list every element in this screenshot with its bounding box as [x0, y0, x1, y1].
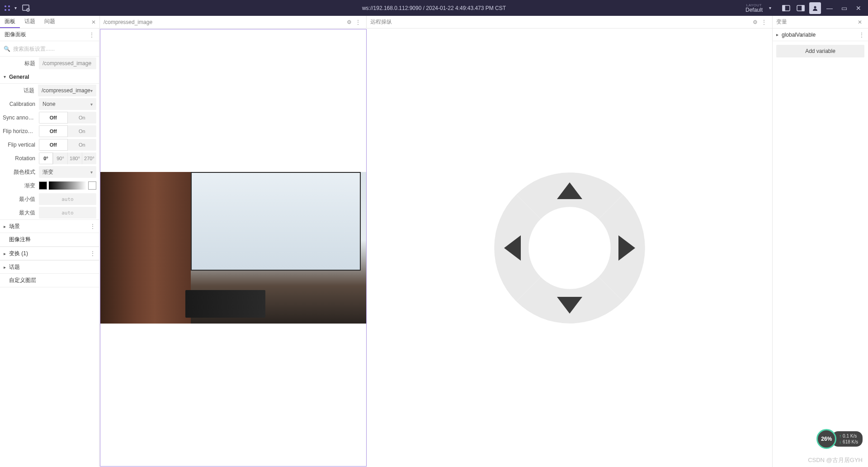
search-input[interactable] [13, 46, 95, 52]
color-mode-select[interactable]: 渐变 ▾ [39, 166, 96, 178]
color-mode-value: 渐变 [42, 168, 53, 176]
rotation-0[interactable]: 0° [39, 152, 53, 164]
gradient-start-swatch[interactable] [39, 181, 47, 190]
title-input[interactable]: /compressed_image [39, 57, 96, 69]
panel-settings-icon[interactable]: ⚙ [750, 18, 760, 27]
connection-title: ws://192.168.0.112:9090 / 2024-01-22 4:4… [362, 5, 506, 11]
tab-problems[interactable]: 问题 [40, 16, 60, 28]
variable-item[interactable]: ▸ globalVariable ⋮ [773, 29, 868, 41]
download-rate: 618 K/s [839, 439, 858, 445]
section-custom-layers-label: 自定义图层 [9, 276, 36, 284]
variables-close-icon[interactable]: ✕ [855, 18, 864, 27]
section-general-label: General [9, 74, 29, 80]
section-annotation-label: 图像注释 [9, 236, 31, 243]
toggle-on[interactable]: On [68, 125, 97, 137]
toggle-off[interactable]: Off [39, 125, 68, 137]
camera-image [100, 172, 366, 324]
chevron-right-icon: ▸ [4, 265, 9, 270]
svg-point-0 [5, 5, 6, 7]
rotation-90[interactable]: 90° [53, 152, 68, 164]
section-topics[interactable]: ▸ 话题 [0, 260, 99, 274]
left-sidebar-toggle-icon[interactable] [780, 2, 792, 14]
toggle-off[interactable]: Off [39, 139, 68, 151]
chevron-down-icon: ▾ [90, 102, 93, 107]
topic-label: 话题 [3, 87, 38, 95]
teleop-panel-title: 远程操纵 [370, 18, 750, 26]
app-menu-caret-icon[interactable]: ▾ [14, 5, 17, 10]
rotation-270[interactable]: 270° [82, 152, 96, 164]
account-button[interactable] [809, 2, 821, 14]
gradient-end-swatch[interactable] [88, 181, 96, 190]
svg-point-2 [5, 9, 6, 11]
image-panel-header: /compressed_image ⚙ ⋮ [99, 16, 366, 28]
sidebar-more-icon[interactable]: ⋮ [89, 32, 94, 38]
min-input[interactable]: auto [39, 193, 96, 205]
flip-h-label: Flip horizontal [3, 128, 39, 134]
color-mode-label: 颜色模式 [3, 168, 39, 176]
panel-menu-icon[interactable]: ⋮ [354, 18, 363, 27]
add-panel-icon[interactable] [20, 3, 31, 14]
toggle-on[interactable]: On [68, 139, 97, 151]
window-minimize-icon[interactable]: ― [824, 2, 835, 14]
svg-rect-9 [802, 5, 804, 11]
window-maximize-icon[interactable]: ▭ [838, 2, 850, 14]
svg-point-10 [814, 6, 816, 8]
section-transform[interactable]: ▸ 变换 (1) ⋮ [0, 247, 99, 260]
network-badge[interactable]: 26% 0.1 K/s 618 K/s [816, 429, 863, 449]
main-content: 图像面板 ⋮ 🔍 标题 /compressed_image ▾ General … [0, 29, 868, 467]
toggle-on[interactable]: On [68, 112, 97, 124]
sync-annotations-toggle[interactable]: Off On [39, 112, 96, 124]
panel-menu-icon[interactable]: ⋮ [760, 18, 769, 27]
rotation-label: Rotation [3, 155, 39, 162]
gradient-control[interactable] [39, 180, 96, 191]
sidebar-close-icon[interactable]: ✕ [88, 16, 99, 28]
calibration-select[interactable]: None ▾ [39, 98, 96, 110]
max-input[interactable]: auto [39, 207, 96, 219]
chevron-right-icon: ▸ [776, 32, 782, 37]
svg-point-3 [8, 9, 10, 11]
tab-panel[interactable]: 面板 [0, 16, 20, 28]
chevron-down-icon: ▾ [90, 88, 93, 93]
section-more-icon[interactable]: ⋮ [90, 223, 95, 229]
watermark: CSDN @古月居GYH [808, 456, 863, 464]
rotation-segmented[interactable]: 0° 90° 180° 270° [39, 152, 96, 164]
section-scene-label: 场景 [9, 223, 20, 230]
layout-selector[interactable]: LAYOUT Default [745, 4, 763, 13]
variable-name: globalVariable [782, 32, 816, 38]
layout-caret-icon[interactable]: ▾ [769, 5, 771, 10]
chevron-down-icon: ▾ [90, 170, 93, 175]
panel-settings-icon[interactable]: ⚙ [344, 18, 354, 27]
variables-panel: ▸ globalVariable ⋮ Add variable [772, 29, 868, 467]
settings-sidebar: 图像面板 ⋮ 🔍 标题 /compressed_image ▾ General … [0, 29, 99, 467]
secondary-bar: 面板 话题 问题 ✕ /compressed_image ⚙ ⋮ 远程操纵 ⚙ … [0, 16, 868, 29]
upload-rate: 0.1 K/s [839, 433, 858, 439]
variable-more-icon[interactable]: ⋮ [859, 32, 864, 38]
section-image-annotation[interactable]: 图像注释 [0, 233, 99, 247]
teleop-panel-header: 远程操纵 ⚙ ⋮ [366, 16, 772, 28]
right-sidebar-toggle-icon[interactable] [795, 2, 807, 14]
app-logo-icon[interactable] [4, 5, 11, 12]
sidebar-search[interactable]: 🔍 [0, 41, 99, 57]
window-close-icon[interactable]: ✕ [853, 2, 864, 14]
section-custom-layers[interactable]: 自定义图层 [0, 274, 99, 287]
flip-v-toggle[interactable]: Off On [39, 139, 96, 151]
min-label: 最小值 [3, 195, 39, 203]
toggle-off[interactable]: Off [39, 112, 68, 124]
dpad [479, 157, 660, 338]
cpu-ring: 26% [816, 429, 836, 449]
flip-h-toggle[interactable]: Off On [39, 125, 96, 137]
image-viewport[interactable] [100, 29, 366, 466]
image-panel-title: /compressed_image [104, 19, 344, 25]
rotation-180[interactable]: 180° [68, 152, 82, 164]
add-variable-button[interactable]: Add variable [776, 45, 864, 57]
variables-panel-header: 变量 ✕ [772, 16, 868, 28]
max-label: 最大值 [3, 209, 39, 217]
section-more-icon[interactable]: ⋮ [90, 250, 95, 257]
sidebar-tabs: 面板 话题 问题 ✕ [0, 16, 99, 28]
tab-topics[interactable]: 话题 [20, 16, 40, 28]
section-general[interactable]: ▾ General [0, 70, 99, 84]
topic-select[interactable]: /compressed_image ▾ [38, 85, 96, 96]
section-topics-label: 话题 [9, 263, 20, 271]
title-label: 标题 [3, 60, 39, 67]
section-scene[interactable]: ▸ 场景 ⋮ [0, 219, 99, 233]
